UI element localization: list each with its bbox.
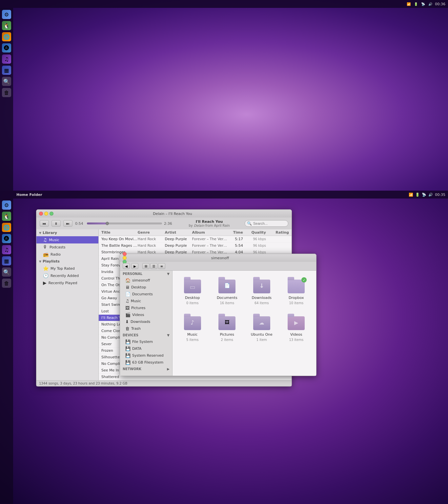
dock-item-firefox[interactable]: 🌐 (1, 32, 12, 42)
folder-desktop[interactable]: Desktop 0 items (178, 276, 207, 307)
personal-arrow: ▼ (167, 272, 170, 276)
from-label: from (205, 224, 213, 227)
dock-item-music[interactable]: ♫ (1, 54, 12, 64)
sidebar-recently-played[interactable]: ▶ Recently Played (36, 279, 98, 286)
track-quality: 96 kbps (243, 244, 266, 247)
sidebar-radio[interactable]: 📻 Radio (36, 251, 98, 258)
folder-videos-icon (287, 315, 305, 331)
fm-item-music[interactable]: ♫ Music (120, 298, 172, 304)
status-bar: 1344 songs, 3 days, 23 hours and 23 minu… (36, 380, 292, 386)
minimize-button[interactable] (44, 212, 48, 216)
fm-item-63gb[interactable]: 💾 63 GB Filesystem (120, 359, 172, 366)
fm-toolbar: ◀ ▶ ⊞ ☰ ≡ (120, 262, 316, 271)
fm-forward-button[interactable]: ▶ (131, 263, 138, 269)
folder-pictures[interactable]: Pictures 2 items (213, 313, 242, 344)
library-section-header[interactable]: ▼ Library (36, 229, 98, 236)
fm-pictures-label: Pictures (131, 306, 146, 310)
fm-minimize-button[interactable] (123, 256, 127, 260)
dock-item-app4[interactable]: 🅐 (1, 233, 12, 244)
dock-item-grid[interactable]: ▦ (1, 65, 12, 75)
dock-item-app1[interactable]: 🐧 (1, 20, 12, 31)
fm-item-filesystem[interactable]: 💾 File System (120, 338, 172, 345)
fm-item-videos[interactable]: 🎬 Videos (120, 311, 172, 318)
folder-music-name: Music (187, 332, 197, 337)
folder-desktop-name: Desktop (185, 296, 200, 300)
music-player-titlebar: Delain – I'll Reach You (36, 210, 292, 218)
search-input[interactable] (253, 221, 286, 225)
song-detail: by Delain from April Rain (176, 224, 242, 227)
dock-item-music2[interactable]: ♫ (1, 244, 12, 255)
prev-button[interactable]: ⏮ (40, 220, 49, 227)
track-genre: Hard Rock (138, 243, 165, 248)
library-label: Library (43, 231, 57, 235)
sidebar-podcasts[interactable]: 🎙 Podcasts (36, 243, 98, 251)
fm-title: simeonoff (127, 256, 314, 260)
folder-videos-count: 13 items (289, 338, 303, 342)
fm-item-pictures[interactable]: 🖼 Pictures (120, 304, 172, 311)
fm-documents-label: Documents (132, 292, 153, 296)
folder-desktop-count: 0 items (186, 301, 198, 305)
fm-item-documents[interactable]: 📄 Documents (120, 291, 172, 298)
folder-downloads[interactable]: Downloads 64 items (247, 276, 276, 307)
track-row[interactable]: The Battle Rages On Hard Rock Deep Purpl… (99, 242, 292, 249)
track-row[interactable]: You Keep On Moving Hard Rock Deep Purple… (99, 236, 292, 242)
fm-item-simeonoff[interactable]: 🏠 simeonoff (120, 277, 172, 284)
fm-view-icons[interactable]: ⊞ (142, 263, 150, 269)
fm-item-sysreserved[interactable]: 💾 System Reserved (120, 352, 172, 359)
fm-item-downloads[interactable]: ⬇ Downloads (120, 318, 172, 325)
left-dock-top: ⚙ 🐧 🌐 🅐 ♫ ▦ 🔍 🗑 (0, 8, 13, 191)
fm-window-controls (123, 252, 127, 264)
fm-view-list[interactable]: ☰ (150, 263, 157, 269)
sidebar-recently-added[interactable]: 🕐 Recently Added (36, 272, 98, 279)
fm-item-data[interactable]: 💾 DATA (120, 345, 172, 352)
playlists-arrow: ▼ (39, 260, 41, 263)
sidebar-music[interactable]: ♫ Music (36, 236, 98, 243)
dock-item-app2[interactable]: 🐧 (1, 211, 12, 221)
track-list-header: Title Genre Artist Album Time Quality Ra… (99, 229, 292, 236)
fm-personal-header[interactable]: Personal ▼ (120, 271, 172, 277)
header-artist: Artist (165, 230, 192, 235)
folder-music[interactable]: Music 5 items (178, 313, 207, 344)
track-title: The Battle Rages On (101, 243, 138, 248)
fm-item-desktop[interactable]: 🖥 Desktop (120, 284, 172, 291)
dock-item-settings[interactable]: ⚙ (1, 9, 12, 20)
fm-item-trash[interactable]: 🗑 Trash (120, 325, 172, 332)
close-button[interactable] (39, 212, 43, 216)
folder-documents[interactable]: Documents 16 items (213, 276, 242, 307)
song-title: I'll Reach You (176, 220, 242, 224)
dock-item-trash[interactable]: 🗑 (1, 87, 12, 98)
dock-item-app3[interactable]: 🅐 (1, 43, 12, 53)
recently-played-icon: ▶ (43, 280, 47, 285)
progress-knob[interactable] (106, 222, 109, 225)
mid-battery-icon: 🔋 (415, 193, 420, 197)
folder-downloads-name: Downloads (252, 296, 272, 300)
dock-item-trash2[interactable]: 🗑 (1, 278, 12, 288)
search-box[interactable]: 🔍 (245, 220, 288, 227)
maximize-button[interactable] (50, 212, 53, 216)
playlists-section-header[interactable]: ▼ Playlists (36, 258, 98, 265)
fm-back-button[interactable]: ◀ (123, 263, 130, 269)
dock-item-grid2[interactable]: ▦ (1, 256, 12, 266)
track-time: 5:54 (228, 243, 243, 248)
fm-close-button[interactable] (123, 252, 127, 256)
mid-panel: Home Folder 📶 🔋 📡 🔊 00:35 (0, 191, 448, 199)
fm-devices-header[interactable]: Devices ▼ (120, 332, 172, 338)
dock-item-settings2[interactable]: ⚙ (1, 200, 12, 210)
fm-63gb-label: 63 GB Filesystem (132, 360, 163, 365)
fm-view-compact[interactable]: ≡ (158, 263, 165, 269)
dock-item-browser[interactable]: 🌐 (1, 222, 12, 233)
next-button[interactable]: ⏭ (63, 220, 72, 227)
folder-ubuntu-one[interactable]: Ubuntu One 1 item (247, 313, 276, 344)
sidebar-top-rated[interactable]: ⭐ My Top Rated (36, 265, 98, 272)
folder-videos[interactable]: Videos 13 items (282, 313, 311, 344)
top-panel-time: 00:36 (435, 2, 445, 6)
play-button[interactable]: ⏸ (51, 220, 61, 227)
file-manager-titlebar: simeonoff (120, 254, 316, 262)
dock-item-search2[interactable]: 🔍 (1, 267, 12, 277)
devices-arrow: ▼ (167, 333, 170, 337)
progress-bar[interactable] (87, 222, 162, 224)
folder-dropbox[interactable]: ✓ Dropbox 10 items (282, 276, 311, 307)
dock-item-search[interactable]: 🔍 (1, 76, 12, 87)
song-album: April Rain (214, 224, 230, 227)
fm-network-header[interactable]: Network ▶ (120, 366, 172, 372)
